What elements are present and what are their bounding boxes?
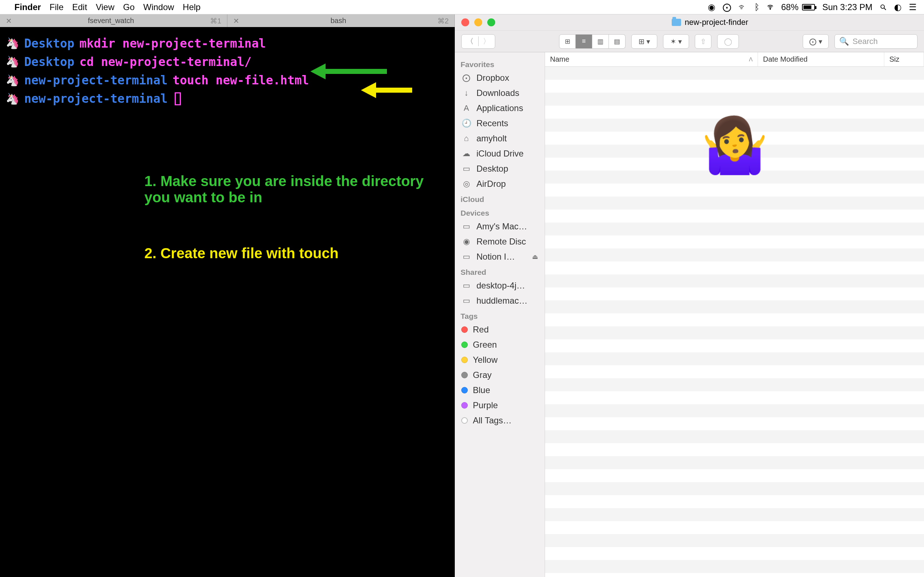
clock[interactable]: Sun 3:23 PM	[822, 2, 872, 12]
sidebar-item-desktop[interactable]: ▭Desktop	[455, 161, 544, 176]
bluetooth-icon[interactable]: ᛒ	[754, 2, 759, 12]
prompt-emoji-icon: 🦄	[6, 72, 19, 89]
forward-button[interactable]: 〉	[478, 36, 495, 46]
status-record-icon[interactable]: ◉	[708, 2, 716, 12]
table-row	[545, 197, 924, 210]
view-list-button[interactable]: ≡	[576, 34, 592, 49]
col-size[interactable]: Siz	[884, 52, 924, 66]
spotlight-icon[interactable]	[880, 3, 887, 11]
finder-file-area[interactable]: Nameᐱ Date Modified Siz	[545, 52, 924, 577]
prompt-emoji-icon: 🦄	[6, 53, 19, 70]
view-gallery-button[interactable]: ▤	[609, 34, 625, 49]
eject-icon[interactable]: ⏏	[532, 253, 538, 261]
sidebar-all-tags[interactable]: All Tags…	[455, 413, 544, 428]
sidebar-item-label: amyholt	[477, 134, 507, 143]
arrange-button[interactable]: ⊞ ▾	[631, 34, 657, 49]
view-mode-segment: ⊞ ≡ ▥ ▤	[559, 34, 625, 49]
prompt-pwd: new-project-terminal	[24, 71, 168, 89]
battery-icon	[802, 4, 815, 10]
sidebar-caption-favorites: Favorites	[455, 56, 544, 70]
arrow-green-icon	[310, 65, 387, 78]
menu-window[interactable]: Window	[143, 2, 174, 12]
sidebar-item-notion[interactable]: ▭Notion I…⏏	[455, 249, 544, 264]
laptop-icon: ▭	[461, 222, 472, 231]
tag-dot-icon	[461, 342, 468, 348]
menu-edit[interactable]: Edit	[72, 2, 87, 12]
wifi-icon[interactable]	[767, 3, 774, 11]
table-row	[545, 495, 924, 508]
minimize-window-icon[interactable]	[474, 18, 482, 26]
col-name[interactable]: Nameᐱ	[545, 52, 758, 66]
table-row	[545, 184, 924, 197]
close-tab-icon[interactable]: ✕	[6, 16, 12, 25]
tags-button[interactable]: ◯	[717, 34, 739, 49]
downloads-icon: ↓	[461, 89, 472, 98]
sidebar-tag-green[interactable]: Green	[455, 337, 544, 352]
prompt-cmd: touch new-file.html	[173, 71, 309, 89]
table-row	[545, 456, 924, 469]
prompt-pwd: new-project-terminal	[24, 89, 168, 108]
table-row	[545, 417, 924, 430]
sidebar-item-label: Purple	[473, 400, 498, 410]
view-columns-button[interactable]: ▥	[592, 34, 609, 49]
sidebar-item-shared2[interactable]: ▭huddlemac…	[455, 293, 544, 308]
sidebar-item-downloads[interactable]: ↓Downloads	[455, 85, 544, 101]
sidebar-item-dropbox[interactable]: ⨀Dropbox	[455, 70, 544, 85]
tag-dot-icon	[461, 372, 468, 378]
prompt-pwd: Desktop	[24, 53, 74, 71]
sidebar-item-recents[interactable]: 🕘Recents	[455, 116, 544, 131]
sidebar-caption-icloud: iCloud	[455, 192, 544, 205]
terminal-tabstrip: ✕ fsevent_watch ⌘1 ✕ bash ⌘2	[0, 15, 455, 27]
sidebar-item-remotedisc[interactable]: ◉Remote Disc	[455, 234, 544, 249]
table-row	[545, 274, 924, 287]
close-tab-icon[interactable]: ✕	[233, 16, 239, 25]
menu-view[interactable]: View	[96, 2, 115, 12]
sidebar-item-airdrop[interactable]: ◎AirDrop	[455, 176, 544, 192]
sidebar-item-shared1[interactable]: ▭desktop-4j…	[455, 278, 544, 293]
table-row	[545, 210, 924, 222]
view-icons-button[interactable]: ⊞	[559, 34, 576, 49]
col-date[interactable]: Date Modified	[758, 52, 884, 66]
menubar: Finder File Edit View Go Window Help ◉ ⨀…	[0, 0, 924, 15]
sidebar-tag-red[interactable]: Red	[455, 322, 544, 337]
drive-icon: ▭	[461, 252, 472, 261]
action-button[interactable]: ✶ ▾	[663, 34, 689, 49]
dropbox-button[interactable]: ⨀ ▾	[803, 34, 829, 49]
menu-file[interactable]: File	[50, 2, 63, 12]
prompt-emoji-icon: 🦄	[6, 90, 19, 108]
search-icon: 🔍	[839, 37, 849, 46]
sidebar-item-applications[interactable]: AApplications	[455, 101, 544, 116]
dropbox-menubar-icon[interactable]: ⨀	[723, 2, 731, 12]
sidebar-tag-blue[interactable]: Blue	[455, 383, 544, 398]
close-window-icon[interactable]	[461, 18, 469, 26]
sidebar-item-icloud[interactable]: ☁iCloud Drive	[455, 146, 544, 161]
sidebar-tag-purple[interactable]: Purple	[455, 398, 544, 413]
sidebar-item-label: Red	[473, 324, 489, 335]
table-row	[545, 287, 924, 300]
back-button[interactable]: 〈	[462, 36, 478, 46]
table-row	[545, 430, 924, 443]
zoom-window-icon[interactable]	[487, 18, 495, 26]
menu-go[interactable]: Go	[123, 2, 135, 12]
table-row	[545, 573, 924, 577]
terminal-tab-bash[interactable]: ✕ bash ⌘2	[228, 15, 455, 27]
prompt-cmd: cd new-project-terminal/	[79, 53, 252, 71]
share-button[interactable]: ⇧	[695, 34, 711, 49]
sidebar-item-label: Remote Disc	[477, 237, 526, 247]
notification-center-icon[interactable]: ☰	[909, 2, 917, 12]
app-name[interactable]: Finder	[15, 2, 41, 12]
glasses-icon[interactable]: ᯤ	[738, 2, 747, 12]
sidebar-item-label: Amy's Mac…	[477, 221, 527, 232]
sidebar-item-home[interactable]: ⌂amyholt	[455, 131, 544, 146]
terminal-tab-fsevent[interactable]: ✕ fsevent_watch ⌘1	[0, 15, 228, 27]
annotation-step1: 1. Make sure you are inside the director…	[144, 173, 440, 206]
siri-icon[interactable]: ◐	[894, 2, 901, 12]
search-field[interactable]: 🔍 Search	[835, 34, 918, 49]
sidebar-tag-yellow[interactable]: Yellow	[455, 352, 544, 367]
battery-status[interactable]: 68%	[781, 2, 815, 12]
table-row	[545, 404, 924, 417]
sidebar-item-label: All Tags…	[473, 416, 512, 425]
sidebar-item-mac[interactable]: ▭Amy's Mac…	[455, 219, 544, 234]
menu-help[interactable]: Help	[183, 2, 200, 12]
sidebar-tag-gray[interactable]: Gray	[455, 367, 544, 383]
